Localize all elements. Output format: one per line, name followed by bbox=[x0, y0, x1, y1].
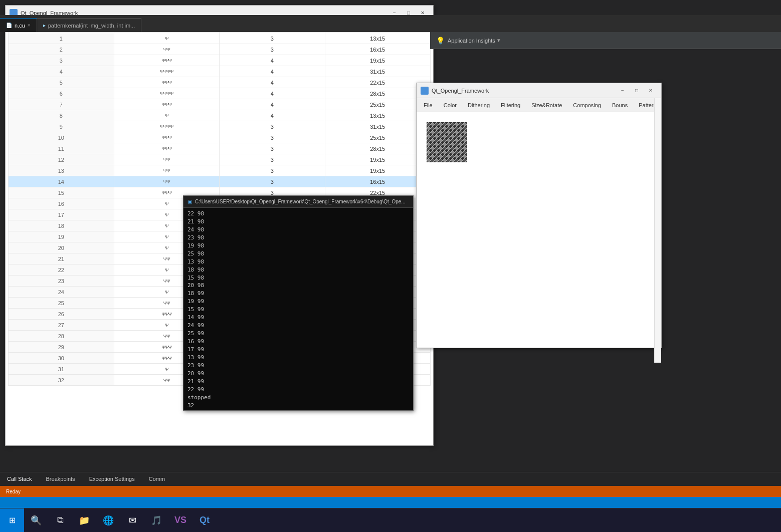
pattern-canvas bbox=[427, 122, 467, 162]
row-col3: 25x15 bbox=[325, 99, 431, 110]
console-title[interactable]: ▣ C:\Users\USER\Desktop\Qt_Opengl_Framew… bbox=[183, 196, 413, 208]
table-row[interactable]: 11 ΨΨΨ 3 28x15 bbox=[9, 143, 431, 154]
task-view-button[interactable]: ⧉ bbox=[48, 508, 72, 533]
comm-label: Comm bbox=[149, 476, 165, 482]
pattern-preview bbox=[427, 122, 467, 162]
qt-right-menubar: FileColorDitheringFilteringSize&RotateCo… bbox=[417, 98, 661, 112]
table-row[interactable]: 12 ΨΨ 3 19x15 bbox=[9, 154, 431, 165]
mail-button[interactable]: ✉ bbox=[120, 508, 144, 533]
call-stack-label: Call Stack bbox=[7, 476, 32, 482]
row-num: 24 bbox=[9, 287, 114, 298]
row-col3: 19x15 bbox=[325, 165, 431, 176]
table-row[interactable]: 7 ΨΨΨ 4 25x15 bbox=[9, 99, 431, 110]
vs-button[interactable]: VS bbox=[168, 508, 192, 533]
menu-color[interactable]: Color bbox=[439, 101, 462, 110]
tab-ncu-label: n.cu bbox=[15, 23, 25, 29]
row-num: 18 bbox=[9, 220, 114, 231]
table-row[interactable]: 10 ΨΨΨ 3 25x15 bbox=[9, 132, 431, 143]
row-col3: 16x15 bbox=[325, 44, 431, 55]
menu-composing[interactable]: Composing bbox=[568, 101, 606, 110]
table-row[interactable]: 8 Ψ 4 13x15 bbox=[9, 110, 431, 121]
file-explorer-button[interactable]: 📁 bbox=[72, 508, 96, 533]
menu-dithering[interactable]: Dithering bbox=[463, 101, 495, 110]
table-row[interactable]: 1 Ψ 3 13x15 bbox=[9, 33, 431, 44]
row-col2: 3 bbox=[220, 132, 325, 143]
vs-bottom-statusbar bbox=[0, 497, 781, 508]
browser-button[interactable]: 🌐 bbox=[96, 508, 120, 533]
row-num: 5 bbox=[9, 77, 114, 88]
row-num: 3 bbox=[9, 55, 114, 66]
row-col2: 3 bbox=[220, 165, 325, 176]
music-icon: 🎵 bbox=[151, 515, 162, 526]
app-insights-bar: 💡 Application Insights ▾ bbox=[430, 32, 781, 49]
table-row[interactable]: 9 ΨΨΨΨ 3 31x15 bbox=[9, 121, 431, 132]
menu-bouns[interactable]: Bouns bbox=[607, 101, 633, 110]
table-row[interactable]: 2 ΨΨ 3 16x15 bbox=[9, 44, 431, 55]
task-view-icon: ⧉ bbox=[57, 515, 64, 525]
tab-patternkernal[interactable]: ▸ patternkernal(int img_width, int im... bbox=[37, 18, 142, 32]
mail-icon: ✉ bbox=[129, 515, 136, 526]
row-col3: 13x15 bbox=[325, 33, 431, 44]
table-row[interactable]: 5 ΨΨΨ 4 22x15 bbox=[9, 77, 431, 88]
taskbar: ⊞ 🔍 ⧉ 📁 🌐 ✉ 🎵 VS Qt bbox=[0, 508, 781, 532]
music-button[interactable]: 🎵 bbox=[144, 508, 168, 533]
row-num: 1 bbox=[9, 33, 114, 44]
table-row[interactable]: 3 ΨΨΨ 4 19x15 bbox=[9, 55, 431, 66]
vs-tabbar: 📄 n.cu × ▸ patternkernal(int img_width, … bbox=[0, 15, 781, 32]
tab-call-stack[interactable]: Call Stack bbox=[0, 472, 39, 487]
row-icon: ΨΨ bbox=[114, 165, 220, 176]
row-col3: 28x15 bbox=[325, 88, 431, 99]
qt-right-maximize[interactable]: □ bbox=[630, 86, 643, 96]
row-num: 20 bbox=[9, 242, 114, 253]
tab-comm[interactable]: Comm bbox=[142, 472, 172, 487]
row-icon: ΨΨΨ bbox=[114, 143, 220, 154]
qt-right-controls: − □ ✕ bbox=[616, 86, 657, 96]
row-icon: ΨΨΨΨ bbox=[114, 88, 220, 99]
row-num: 16 bbox=[9, 198, 114, 209]
search-button[interactable]: 🔍 bbox=[24, 508, 48, 533]
tab-ncu[interactable]: 📄 n.cu × bbox=[0, 18, 37, 32]
row-col2: 4 bbox=[220, 99, 325, 110]
menu-filtering[interactable]: Filtering bbox=[496, 101, 525, 110]
row-icon: ΨΨΨ bbox=[114, 77, 220, 88]
row-col2: 3 bbox=[220, 154, 325, 165]
row-num: 29 bbox=[9, 342, 114, 353]
row-col3: 19x15 bbox=[325, 55, 431, 66]
table-row[interactable]: 4 ΨΨΨΨ 4 31x15 bbox=[9, 66, 431, 77]
table-row[interactable]: 13 ΨΨ 3 19x15 bbox=[9, 165, 431, 176]
row-num: 4 bbox=[9, 66, 114, 77]
row-col3: 31x15 bbox=[325, 121, 431, 132]
row-num: 6 bbox=[9, 88, 114, 99]
row-col2: 3 bbox=[220, 121, 325, 132]
row-icon: ΨΨΨ bbox=[114, 55, 220, 66]
row-num: 2 bbox=[9, 44, 114, 55]
app-insights-arrow: ▾ bbox=[497, 37, 500, 44]
row-col2: 3 bbox=[220, 143, 325, 154]
menu-sizerotate[interactable]: Size&Rotate bbox=[526, 101, 567, 110]
qt-right-minimize[interactable]: − bbox=[616, 86, 629, 96]
tab-breakpoints[interactable]: Breakpoints bbox=[39, 472, 82, 487]
row-col3: 31x15 bbox=[325, 66, 431, 77]
start-button[interactable]: ⊞ bbox=[0, 508, 24, 533]
console-window: ▣ C:\Users\USER\Desktop\Qt_Opengl_Framew… bbox=[183, 195, 414, 411]
tab-exception-settings[interactable]: Exception Settings bbox=[82, 472, 142, 487]
qt-right-titlebar[interactable]: Qt_Opengl_Framework − □ ✕ bbox=[417, 83, 661, 98]
row-num: 11 bbox=[9, 143, 114, 154]
row-icon: ΨΨ bbox=[114, 154, 220, 165]
row-icon: ΨΨΨ bbox=[114, 99, 220, 110]
qt-right-close[interactable]: ✕ bbox=[644, 86, 657, 96]
row-num: 19 bbox=[9, 231, 114, 242]
table-row[interactable]: 14 ΨΨ 3 16x15 bbox=[9, 176, 431, 187]
tab-ncu-close[interactable]: × bbox=[28, 23, 31, 28]
tab-patternkernal-label: patternkernal(int img_width, int im... bbox=[48, 23, 135, 29]
table-row[interactable]: 6 ΨΨΨΨ 4 28x15 bbox=[9, 88, 431, 99]
row-col2: 3 bbox=[220, 33, 325, 44]
menu-file[interactable]: File bbox=[419, 101, 438, 110]
qt-right-icon bbox=[421, 87, 429, 95]
row-col3: 13x15 bbox=[325, 110, 431, 121]
status-text: Reday bbox=[6, 489, 21, 494]
qt-taskbar-button[interactable]: Qt bbox=[192, 508, 217, 533]
console-path: C:\Users\USER\Desktop\Qt_Opengl_Framewor… bbox=[195, 199, 406, 204]
row-icon: ΨΨΨΨ bbox=[114, 121, 220, 132]
scrollbar-right[interactable] bbox=[654, 98, 661, 363]
